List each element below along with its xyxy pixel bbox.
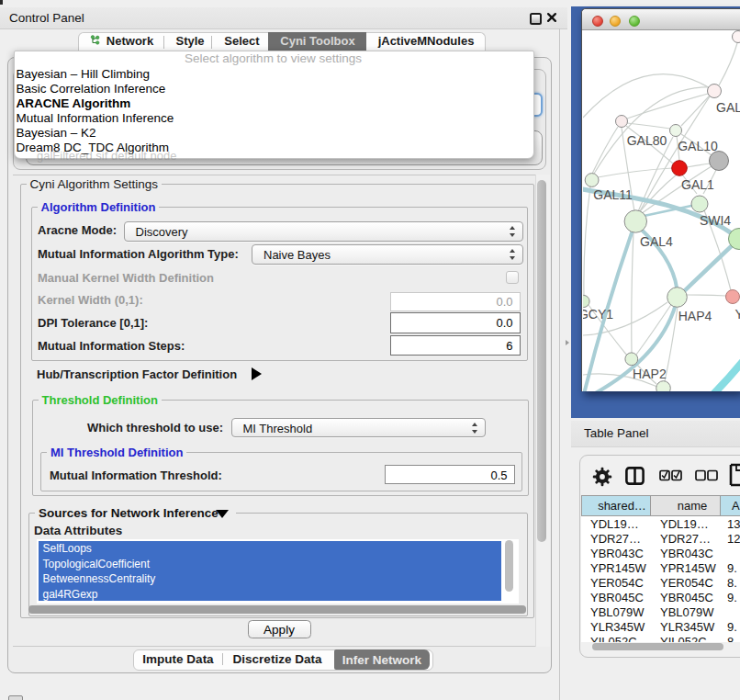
svg-text:HAP2: HAP2 xyxy=(633,367,667,381)
svg-text:GCY1: GCY1 xyxy=(583,307,613,322)
svg-text:GAL80: GAL80 xyxy=(627,133,667,148)
svg-text:GAL4: GAL4 xyxy=(640,234,673,249)
svg-text:YJ: YJ xyxy=(735,307,740,322)
svg-text:HAP4: HAP4 xyxy=(678,309,712,323)
svg-text:GAL11: GAL11 xyxy=(593,187,633,202)
svg-text:GAL10: GAL10 xyxy=(678,139,718,153)
svg-text:GAL1: GAL1 xyxy=(681,177,714,192)
svg-text:GAL2: GAL2 xyxy=(716,100,740,115)
svg-text:SWI4: SWI4 xyxy=(700,213,731,228)
